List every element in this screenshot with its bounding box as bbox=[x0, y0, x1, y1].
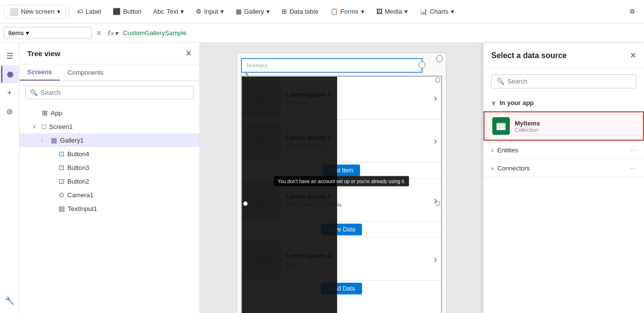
button-icon: ⊡ bbox=[59, 150, 64, 158]
connectors-left: › Connectors bbox=[491, 165, 530, 172]
property-chevron-icon: ▾ bbox=[26, 29, 29, 37]
data-table-icon: ⊞ bbox=[282, 8, 287, 15]
equals-sign: = bbox=[95, 29, 103, 38]
tree-item-button3[interactable]: ⊡ Button3 bbox=[20, 161, 200, 174]
sel-handle-tr bbox=[435, 78, 440, 83]
forms-icon: 📋 bbox=[330, 8, 338, 15]
myitems-text: MyItems Collection bbox=[515, 120, 635, 133]
tree-item-gallery1[interactable]: › ▦ Gallery1 ··· bbox=[20, 133, 200, 147]
ds-section-in-app-header[interactable]: ∨ In your app bbox=[483, 94, 644, 111]
tree-item-label: Gallery1 bbox=[60, 137, 185, 144]
tree-content: ⊞ App ∨ □ Screen1 › ▦ Gallery1 ··· ⊡ But… bbox=[20, 104, 200, 313]
expand-icon: ∨ bbox=[32, 124, 39, 130]
tab-components[interactable]: Components bbox=[60, 64, 112, 81]
new-screen-chevron-icon: ▾ bbox=[57, 8, 60, 15]
tree-item-button4[interactable]: ⊡ Button4 bbox=[20, 147, 200, 161]
tree-search-input[interactable] bbox=[40, 89, 189, 96]
tools-button[interactable]: 🔧 bbox=[1, 292, 19, 309]
screen-icon: □ bbox=[42, 123, 46, 130]
svg-rect-13 bbox=[497, 123, 505, 125]
tree-item-label: TextInput1 bbox=[68, 205, 194, 212]
media-button[interactable]: 🖼 Media ▾ bbox=[371, 6, 413, 17]
formula-input[interactable] bbox=[123, 29, 640, 37]
ds-section-entities: › Entities ··· bbox=[483, 141, 644, 159]
tree-item-label: Screen1 bbox=[49, 123, 194, 130]
gallery-button[interactable]: ▦ Gallery ▾ bbox=[231, 6, 275, 17]
forms-button[interactable]: 📋 Forms ▾ bbox=[325, 6, 369, 17]
gear-icon: ⚙ bbox=[629, 8, 635, 15]
layers-icon: ⬣ bbox=[7, 70, 14, 79]
gallery-chevron-icon: ▾ bbox=[266, 8, 270, 15]
hamburger-menu-button[interactable]: ☰ bbox=[1, 47, 19, 64]
button-button[interactable]: ⬛ Button bbox=[108, 6, 146, 17]
ds-item-myitems[interactable]: MyItems Collection bbox=[483, 111, 644, 141]
entities-more-icon[interactable]: ··· bbox=[630, 146, 636, 154]
new-screen-icon: ⬜ bbox=[9, 7, 19, 16]
new-screen-button[interactable]: ⬜ New screen ▾ bbox=[4, 5, 66, 19]
ds-section-connectors: › Connectors ··· bbox=[483, 159, 644, 177]
tree-item-label: Camera1 bbox=[67, 191, 194, 199]
plus-button[interactable]: + bbox=[1, 84, 19, 102]
chevron-right-icon: › bbox=[491, 146, 493, 154]
charts-chevron-icon: ▾ bbox=[451, 8, 454, 15]
gallery-arrow-2[interactable]: › bbox=[434, 135, 437, 146]
fx-label: fx ▾ bbox=[106, 29, 120, 37]
ds-section-in-app: ∨ In your app MyItems Collection bbox=[483, 94, 644, 141]
gallery-icon: ▦ bbox=[51, 136, 57, 144]
new-screen-label: New screen bbox=[21, 8, 55, 15]
tree-item-label: Button2 bbox=[67, 178, 194, 185]
layers-button[interactable]: ⬣ bbox=[1, 65, 19, 83]
formula-bar: Items ▾ = fx ▾ bbox=[0, 23, 644, 43]
data-table-button[interactable]: ⊞ Data table bbox=[277, 6, 323, 17]
button-icon: ⬛ bbox=[113, 8, 121, 15]
search-icon: 🔍 bbox=[30, 89, 38, 96]
ds-search-box[interactable]: 🔍 bbox=[491, 74, 636, 88]
toolbar-right: ⚙ bbox=[624, 6, 640, 17]
chevron-down-icon: ∨ bbox=[491, 100, 496, 106]
expand-icon: › bbox=[41, 137, 48, 143]
toolbar: ⬜ New screen ▾ 🏷 Label ⬛ Button Abc Text… bbox=[0, 0, 644, 23]
input-button[interactable]: ⚙ Input ▾ bbox=[191, 6, 229, 17]
tree-close-button[interactable]: ✕ bbox=[185, 49, 192, 58]
canvas-text-input[interactable]: TextInput bbox=[241, 58, 423, 73]
tree-item-app[interactable]: ⊞ App bbox=[20, 106, 200, 120]
text-icon: Abc bbox=[153, 8, 164, 15]
forms-chevron-icon: ▾ bbox=[361, 8, 364, 15]
database-button[interactable]: ⊛ bbox=[1, 103, 19, 120]
gallery-arrow-4[interactable]: › bbox=[434, 253, 437, 265]
tree-item-button2[interactable]: ⊡ Button2 bbox=[20, 174, 200, 188]
tree-tabs: Screens Components bbox=[20, 64, 200, 81]
main-layout: ☰ ⬣ + ⊛ 🔧 Tree view ✕ Screens Components… bbox=[0, 43, 644, 313]
ds-section-connectors-header[interactable]: › Connectors ··· bbox=[483, 159, 644, 177]
gallery-arrow-1[interactable]: › bbox=[434, 92, 437, 104]
tree-item-label: App bbox=[51, 109, 194, 117]
database-icon: ⊛ bbox=[6, 107, 13, 116]
label-button[interactable]: 🏷 Label bbox=[72, 6, 106, 17]
tree-item-camera1[interactable]: ⊙ Camera1 bbox=[20, 188, 200, 202]
myitems-name: MyItems bbox=[515, 120, 635, 127]
connectors-more-icon[interactable]: ··· bbox=[630, 164, 636, 172]
property-dropdown[interactable]: Items ▾ bbox=[4, 27, 92, 39]
button-icon: ⊡ bbox=[59, 177, 64, 185]
gallery-black-overlay bbox=[242, 77, 337, 313]
tree-search-box[interactable]: 🔍 bbox=[25, 86, 194, 99]
camera-icon: ⊙ bbox=[59, 191, 64, 199]
chevron-right-icon-2: › bbox=[491, 165, 493, 172]
tree-view-panel: Tree view ✕ Screens Components 🔍 ⊞ App ∨… bbox=[20, 43, 200, 313]
tree-item-textinput1[interactable]: ▤ TextInput1 bbox=[20, 202, 200, 215]
tree-item-screen1[interactable]: ∨ □ Screen1 bbox=[20, 120, 200, 133]
text-chevron-icon: ▾ bbox=[181, 8, 184, 15]
entities-left: › Entities bbox=[491, 146, 518, 154]
settings-button[interactable]: ⚙ bbox=[624, 6, 640, 17]
ds-section-entities-header[interactable]: › Entities ··· bbox=[483, 141, 644, 159]
connectors-right: ··· bbox=[630, 164, 636, 172]
text-button[interactable]: Abc Text ▾ bbox=[148, 6, 189, 17]
ds-close-button[interactable]: ✕ bbox=[630, 51, 636, 60]
tree-header: Tree view ✕ bbox=[20, 43, 200, 64]
charts-button[interactable]: 📊 Charts ▾ bbox=[415, 6, 459, 17]
ds-search-input[interactable] bbox=[507, 78, 631, 85]
tab-screens[interactable]: Screens bbox=[20, 64, 60, 81]
canvas-gallery[interactable]: You don't have an account set up or you'… bbox=[241, 76, 442, 313]
entities-label: Entities bbox=[497, 146, 518, 154]
ds-title: Select a data source bbox=[491, 51, 567, 60]
